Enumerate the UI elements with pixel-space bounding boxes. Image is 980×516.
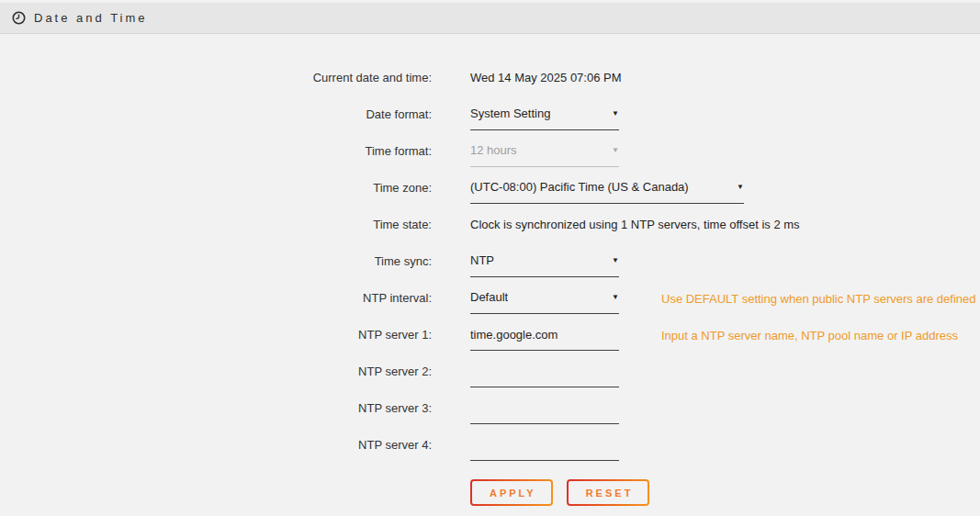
form-row: Time state:Clock is synchronized using 1… (0, 206, 980, 242)
date-time-panel: Date and Time Current date and time:Wed … (0, 3, 980, 506)
date-format-selected-value: System Setting (470, 107, 550, 121)
ntp-interval-select[interactable]: Default▼ (470, 290, 619, 314)
current-date-time-label: Current date and time: (0, 71, 432, 84)
ntp-interval-hint: Use DEFAULT setting when public NTP serv… (661, 292, 976, 306)
form-row: NTP server 3: (0, 389, 980, 426)
form-row: Date format:System Setting▼ (0, 95, 980, 132)
time-format-selected-value: 12 hours (470, 143, 517, 158)
ntp-server-1-label: NTP server 1: (0, 328, 432, 342)
ntp-server-2-input[interactable] (470, 364, 619, 387)
reset-button-label: RESET (569, 481, 648, 504)
ntp-server-3-label: NTP server 3: (0, 401, 432, 415)
time-state-label: Time state: (0, 218, 432, 231)
form-row: NTP server 1:Input a NTP server name, NT… (0, 316, 980, 353)
time-zone-select[interactable]: (UTC-08:00) Pacific Time (US & Canada)▼ (470, 180, 744, 204)
chevron-down-icon: ▼ (612, 253, 619, 268)
time-zone-label: Time zone: (0, 181, 432, 195)
time-sync-select[interactable]: NTP▼ (470, 253, 619, 277)
apply-button-label: APPLY (472, 481, 551, 504)
form-actions: APPLYRESET (470, 479, 980, 506)
time-sync-selected-value: NTP (470, 253, 494, 268)
date-format-label: Date format: (0, 107, 432, 121)
form-row: NTP interval:Default▼Use DEFAULT setting… (0, 279, 980, 316)
chevron-down-icon: ▼ (612, 107, 619, 121)
form-row: Time sync:NTP▼ (0, 242, 980, 279)
section-header: Date and Time (0, 3, 980, 34)
ntp-interval-selected-value: Default (470, 290, 508, 305)
ntp-interval-label: NTP interval: (0, 291, 432, 305)
ntp-server-1-hint: Input a NTP server name, NTP pool name o… (661, 329, 958, 342)
time-state-value: Clock is synchronized using 1 NTP server… (470, 218, 800, 231)
clock-icon (12, 11, 26, 25)
ntp-server-4-label: NTP server 4: (0, 438, 432, 452)
time-sync-label: Time sync: (0, 254, 432, 268)
ntp-server-2-label: NTP server 2: (0, 365, 432, 378)
date-format-select[interactable]: System Setting▼ (470, 107, 619, 130)
form-row: Current date and time:Wed 14 May 2025 07… (0, 59, 980, 95)
time-format-label: Time format: (0, 144, 432, 158)
time-format-select: 12 hours▼ (470, 143, 619, 167)
chevron-down-icon: ▼ (612, 143, 619, 158)
form-row: Time zone:(UTC-08:00) Pacific Time (US &… (0, 169, 980, 206)
time-zone-selected-value: (UTC-08:00) Pacific Time (US & Canada) (470, 180, 689, 195)
page-title: Date and Time (34, 11, 148, 25)
ntp-server-3-input[interactable] (470, 400, 619, 424)
form-row: Time format:12 hours▼ (0, 132, 980, 169)
date-time-form: Current date and time:Wed 14 May 2025 07… (0, 34, 980, 463)
ntp-server-4-input[interactable] (470, 437, 619, 461)
reset-button[interactable]: RESET (567, 479, 650, 506)
ntp-server-1-input[interactable] (470, 327, 619, 351)
apply-button[interactable]: APPLY (470, 479, 553, 506)
chevron-down-icon: ▼ (737, 180, 744, 195)
chevron-down-icon: ▼ (612, 290, 619, 305)
form-row: NTP server 2: (0, 353, 980, 389)
form-row: NTP server 4: (0, 426, 980, 463)
current-date-time-value: Wed 14 May 2025 07:06 PM (470, 71, 622, 84)
